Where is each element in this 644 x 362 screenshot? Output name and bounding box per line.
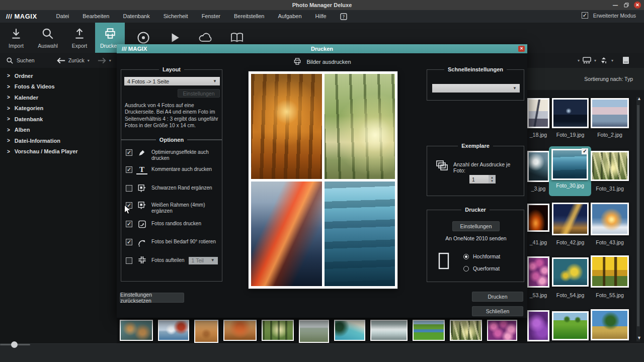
chevron-right-icon: > xyxy=(7,73,10,78)
forward-button[interactable]: ▾ xyxy=(98,57,111,64)
sidebar-item-fotos-videos[interactable]: >Fotos & Videos xyxy=(0,81,116,93)
print-button[interactable]: Drucken xyxy=(472,292,523,302)
copies-group-title: Exemplare xyxy=(458,143,493,149)
dialog-header: Bilder ausdrucken xyxy=(117,57,527,66)
photo-thumbnail[interactable] xyxy=(591,98,629,128)
option-checkbox-split[interactable] xyxy=(126,257,132,264)
sort-by-label[interactable]: Sortierung nach: Typ xyxy=(584,76,633,82)
zoom-slider[interactable] xyxy=(0,344,30,345)
layout-dropdown[interactable]: 4 Fotos -> 1 Seite▼ xyxy=(124,77,220,85)
photo-thumbnail[interactable] xyxy=(591,309,629,340)
rotate-90-icon xyxy=(136,238,147,247)
sort-order-icon[interactable] xyxy=(599,57,608,64)
layout-description: Ausdruck von 4 Fotos auf eine Druckersei… xyxy=(125,102,220,129)
view-chevron[interactable]: ▾ xyxy=(578,58,580,63)
menu-sicherheit[interactable]: Sicherheit xyxy=(164,13,188,20)
close-button[interactable]: Schließen xyxy=(472,306,523,316)
landscape-radio[interactable]: Querformat xyxy=(463,265,500,272)
photo-thumbnail[interactable] xyxy=(591,255,629,288)
menu-fenster[interactable]: Fenster xyxy=(202,13,220,20)
photo-thumbnail[interactable] xyxy=(552,203,589,235)
restore-icon[interactable] xyxy=(623,2,630,9)
select-button[interactable]: Auswahl xyxy=(32,23,63,53)
album-pages-icon[interactable] xyxy=(622,56,629,64)
filmstrip-thumbnail[interactable] xyxy=(487,320,517,341)
photo-thumbnail[interactable] xyxy=(527,256,549,288)
sidebar-item-ordner[interactable]: >Ordner xyxy=(0,70,116,81)
filmstrip-thumbnail[interactable] xyxy=(223,320,257,341)
thumbnail-view-icon[interactable] xyxy=(583,57,591,64)
photo-thumbnail[interactable] xyxy=(552,98,589,128)
radio-selected-icon[interactable] xyxy=(463,254,469,259)
photo-thumbnail[interactable] xyxy=(552,311,589,340)
photo-thumbnail[interactable] xyxy=(527,151,549,182)
export-button[interactable]: Export xyxy=(64,23,95,53)
chevron-down-icon: ▼ xyxy=(213,79,217,83)
photo-thumbnail[interactable] xyxy=(527,98,549,128)
quick-settings-dropdown[interactable]: ▼ xyxy=(432,84,520,93)
forward-history-chevron[interactable]: ▾ xyxy=(109,58,111,63)
photo-thumbnail[interactable] xyxy=(591,151,629,181)
option-checkbox-rotate[interactable]: ✓ xyxy=(126,239,132,245)
import-button[interactable]: Import xyxy=(1,23,32,53)
thumbnail-view-chevron[interactable]: ▾ xyxy=(594,58,596,63)
photo-thumbnail[interactable] xyxy=(591,203,629,235)
portrait-radio[interactable]: Hochformat xyxy=(463,253,500,259)
sidebar-item-kategorien[interactable]: >Kategorien xyxy=(0,103,116,114)
dialog-close-button[interactable]: ✕ xyxy=(518,46,525,52)
sort-order-chevron[interactable]: ▾ xyxy=(611,58,613,63)
quick-settings-group: Schnelleinstellungen ▼ xyxy=(427,69,524,101)
selected-photo-tile[interactable]: ✓ Foto_30.jpg xyxy=(549,146,591,196)
copies-spinner[interactable]: 1 ▲▼ xyxy=(469,175,496,184)
photo-thumbnail[interactable] xyxy=(527,204,549,232)
filmstrip-thumbnail[interactable] xyxy=(120,320,153,341)
close-window-button[interactable]: ✕ xyxy=(634,2,641,9)
photo-thumbnail[interactable] xyxy=(527,310,549,341)
option-checkbox-optimize-effects[interactable]: ✓ xyxy=(126,149,132,156)
scrollbar-thumb[interactable] xyxy=(637,105,639,326)
scroll-up-icon[interactable]: ▲ xyxy=(637,96,641,101)
preview-photo-bridge xyxy=(251,182,322,287)
copies-value[interactable]: 1 xyxy=(469,175,489,184)
split-count-dropdown[interactable]: 1 Teil▼ xyxy=(189,257,218,264)
browser-scrollbar[interactable] xyxy=(636,97,640,341)
option-checkbox-borderless[interactable]: ✓ xyxy=(126,221,132,227)
filmstrip-thumbnail[interactable] xyxy=(194,320,218,343)
option-checkbox-black-border[interactable] xyxy=(126,185,132,192)
zoom-slider-knob[interactable] xyxy=(11,341,18,348)
filmstrip-thumbnail[interactable] xyxy=(262,320,294,341)
minimize-button[interactable]: — xyxy=(612,2,619,9)
menu-datei[interactable]: Datei xyxy=(56,13,69,20)
filmstrip-thumbnail[interactable] xyxy=(370,320,408,341)
sidebar-item-kalender[interactable]: >Kalender xyxy=(0,92,116,103)
filmstrip-thumbnail[interactable] xyxy=(299,320,329,343)
back-history-chevron[interactable]: ▾ xyxy=(88,58,90,63)
spinner-arrows-icon[interactable]: ▲▼ xyxy=(489,175,496,184)
menu-datenbank[interactable]: Datenbank xyxy=(123,13,149,20)
search-control[interactable]: Suchen xyxy=(6,57,35,64)
sidebar-item-datei-information[interactable]: >Datei-Information xyxy=(0,135,116,146)
photo-thumbnail[interactable] xyxy=(552,257,589,287)
advanced-mode-checkbox[interactable]: ✓ xyxy=(582,12,588,19)
menu-aufgaben[interactable]: Aufgaben xyxy=(278,13,301,20)
selected-check-icon[interactable]: ✓ xyxy=(582,148,588,154)
sidebar-item-datenbank[interactable]: >Datenbank xyxy=(0,114,116,125)
printer-settings-button[interactable]: Einstellungen xyxy=(452,221,500,231)
menu-bearbeiten[interactable]: Bearbeiten xyxy=(83,13,109,20)
filmstrip-thumbnail[interactable] xyxy=(158,320,189,341)
filmstrip-thumbnail[interactable] xyxy=(450,320,482,341)
menu-hilfe[interactable]: Hilfe xyxy=(315,13,327,20)
menu-bereitstellen[interactable]: Bereitstellen xyxy=(234,13,265,20)
filmstrip-thumbnail[interactable] xyxy=(334,320,365,341)
filmstrip-thumbnail[interactable] xyxy=(413,320,445,341)
sidebar-item-vorschau[interactable]: >Vorschau / Media Player xyxy=(0,146,116,157)
scroll-down-icon[interactable]: ▼ xyxy=(637,335,641,340)
sidebar-item-alben[interactable]: >Alben xyxy=(0,125,116,136)
option-checkbox-comments[interactable]: ✓ xyxy=(126,166,132,173)
radio-icon[interactable] xyxy=(463,266,469,272)
back-button[interactable]: Zurück ▾ xyxy=(57,57,90,64)
reset-settings-button[interactable]: Einstellungen zurücksetzen xyxy=(120,293,184,303)
help-icon[interactable]: ? xyxy=(340,13,347,20)
print-preview-page xyxy=(249,71,397,289)
layout-settings-button[interactable]: Einstellungen xyxy=(178,89,220,98)
